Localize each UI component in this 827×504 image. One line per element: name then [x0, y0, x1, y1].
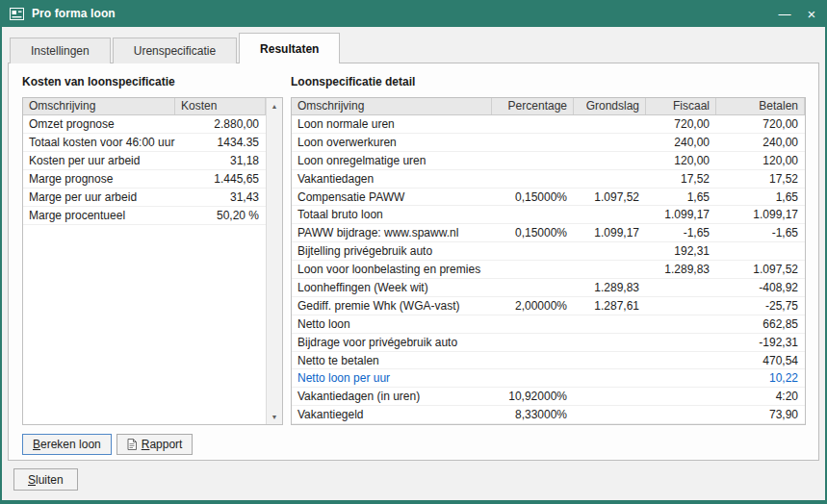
app-icon: [10, 8, 24, 20]
row-grondslag: [574, 406, 646, 423]
scrollbar-down-button[interactable]: ▼: [267, 409, 282, 424]
row-fiscaal: 1,65: [646, 189, 716, 206]
table-row[interactable]: Netto te betalen470,54: [292, 352, 805, 370]
table-row[interactable]: Vakantiegeld8,33000%73,90: [292, 406, 805, 424]
row-percentage: [492, 369, 574, 387]
table-row[interactable]: Totaal kosten voor 46:00 uur1434.35: [23, 134, 266, 152]
row-percentage: [492, 152, 574, 169]
row-fiscaal: [646, 315, 716, 333]
row-label: Marge per uur arbeid: [23, 189, 175, 206]
row-percentage: [492, 279, 574, 296]
table-row[interactable]: Netto loon per uur10,22: [292, 369, 805, 388]
row-label: Netto te betalen: [292, 352, 492, 369]
resultaten-panel: Kosten van loonspecificatie Loonspecific…: [8, 63, 819, 461]
table-row[interactable]: Loon normale uren720,00720,00: [292, 115, 805, 134]
row-label: Marge procentueel: [23, 207, 175, 224]
table-row[interactable]: Gediff. premie Whk (WGA-vast)2,00000%1.2…: [292, 297, 805, 315]
tab-instellingen[interactable]: Instellingen: [10, 38, 111, 63]
scrollbar-up-button[interactable]: ▲: [267, 98, 282, 113]
table-row[interactable]: PAWW bijdrage: www.spaww.nl0,15000%1.099…: [292, 224, 805, 242]
row-label: Bijtelling privégebruik auto: [292, 242, 492, 260]
table-row[interactable]: Marge procentueel50,20 %: [23, 207, 266, 225]
row-grondslag: 1.287,61: [574, 297, 646, 315]
table-row[interactable]: Netto loon662,85: [292, 315, 805, 334]
row-betalen: 4:20: [716, 388, 805, 405]
row-grondslag: [574, 242, 646, 260]
row-grondslag: 1.099,17: [574, 224, 646, 241]
row-grondslag: [574, 352, 646, 369]
row-betalen: -192,31: [716, 334, 805, 351]
row-value: 31,18: [175, 152, 266, 169]
row-percentage: [492, 315, 574, 333]
row-betalen: 1.099,17: [716, 206, 805, 223]
table-row[interactable]: Marge prognose1.445,65: [23, 170, 266, 189]
kosten-table-scrollbar[interactable]: ▲ ▼: [266, 98, 282, 424]
column-header-omschrijving[interactable]: Omschrijving: [23, 98, 175, 114]
kosten-table: Omschrijving Kosten Omzet prognose2.880,…: [22, 97, 283, 425]
row-label: Compensatie PAWW: [292, 189, 492, 206]
row-fiscaal: [646, 406, 716, 423]
row-label: Gediff. premie Whk (WGA-vast): [292, 297, 492, 315]
row-percentage: [492, 261, 574, 278]
column-header-grondslag[interactable]: Grondslag: [574, 98, 646, 114]
row-label: Marge prognose: [23, 170, 175, 188]
row-grondslag: [574, 152, 646, 169]
tab-resultaten[interactable]: Resultaten: [239, 33, 340, 63]
row-fiscaal: -1,65: [646, 224, 716, 241]
row-grondslag: [574, 334, 646, 351]
minimize-button[interactable]: —: [771, 0, 798, 27]
row-value: 1434.35: [175, 134, 266, 151]
row-betalen: -408,92: [716, 279, 805, 296]
row-fiscaal: 192,31: [646, 242, 716, 260]
table-row[interactable]: Marge per uur arbeid31,43: [23, 189, 266, 207]
titlebar[interactable]: Pro forma loon — ×: [2, 0, 825, 27]
table-row[interactable]: Totaal bruto loon1.099,171.099,17: [292, 206, 805, 224]
bereken-loon-button[interactable]: Bereken loon: [22, 434, 112, 455]
table-row[interactable]: Loonheffingen (Week wit)1.289,83-408,92: [292, 279, 805, 297]
table-row[interactable]: Omzet prognose2.880,00: [23, 115, 266, 134]
row-grondslag: [574, 134, 646, 151]
window-title: Pro forma loon: [32, 7, 771, 20]
kosten-table-header: Omschrijving Kosten: [23, 98, 266, 115]
proforma-loon-window: Pro forma loon — × Instellingen Urenspec…: [0, 0, 827, 504]
column-header-kosten[interactable]: Kosten: [175, 98, 266, 114]
action-button-row: Bereken loon Rapport: [22, 434, 193, 455]
row-percentage: 10,92000%: [492, 388, 574, 405]
row-betalen: 73,90: [716, 406, 805, 423]
table-row[interactable]: Loon voor loonbelasting en premies1.289,…: [292, 261, 805, 279]
table-row[interactable]: Vakantiedagen17,5217,52: [292, 170, 805, 189]
row-grondslag: [574, 261, 646, 278]
row-betalen: 1,65: [716, 189, 805, 206]
table-row[interactable]: Kosten per uur arbeid31,18: [23, 152, 266, 170]
row-label: Vakantiedagen: [292, 170, 492, 188]
row-betalen: -25,75: [716, 297, 805, 315]
column-header-fiscaal[interactable]: Fiscaal: [646, 98, 716, 114]
column-header-percentage[interactable]: Percentage: [492, 98, 574, 114]
row-value: 1.445,65: [175, 170, 266, 188]
row-fiscaal: [646, 297, 716, 315]
column-header-betalen[interactable]: Betalen: [716, 98, 805, 114]
table-row[interactable]: Bijdrage voor privégebruik auto-192,31: [292, 334, 805, 352]
table-row[interactable]: Vakantiedagen (in uren)10,92000%4:20: [292, 388, 805, 406]
close-button[interactable]: ×: [798, 0, 825, 27]
tab-urenspecificatie[interactable]: Urenspecificatie: [113, 38, 237, 63]
table-row[interactable]: Bijtelling privégebruik auto192,31: [292, 242, 805, 261]
row-betalen: 1.097,52: [716, 261, 805, 278]
table-row[interactable]: Compensatie PAWW0,15000%1.097,521,651,65: [292, 189, 805, 207]
row-fiscaal: 1.289,83: [646, 261, 716, 278]
row-label: Loon normale uren: [292, 115, 492, 133]
row-fiscaal: [646, 388, 716, 405]
row-fiscaal: [646, 334, 716, 351]
table-row[interactable]: Loon overwerkuren240,00240,00: [292, 134, 805, 152]
row-fiscaal: 240,00: [646, 134, 716, 151]
row-fiscaal: 120,00: [646, 152, 716, 169]
detail-table: Omschrijving Percentage Grondslag Fiscaa…: [291, 97, 806, 425]
rapport-button[interactable]: Rapport: [116, 434, 194, 455]
sluiten-button[interactable]: Sluiten: [13, 468, 78, 491]
table-row[interactable]: Loon onregelmatige uren120,00120,00: [292, 152, 805, 170]
row-grondslag: 1.097,52: [574, 189, 646, 206]
rapport-label: Rapport: [142, 438, 183, 451]
row-value: 2.880,00: [175, 115, 266, 133]
column-header-omschrijving[interactable]: Omschrijving: [292, 98, 492, 114]
row-grondslag: [574, 369, 646, 387]
